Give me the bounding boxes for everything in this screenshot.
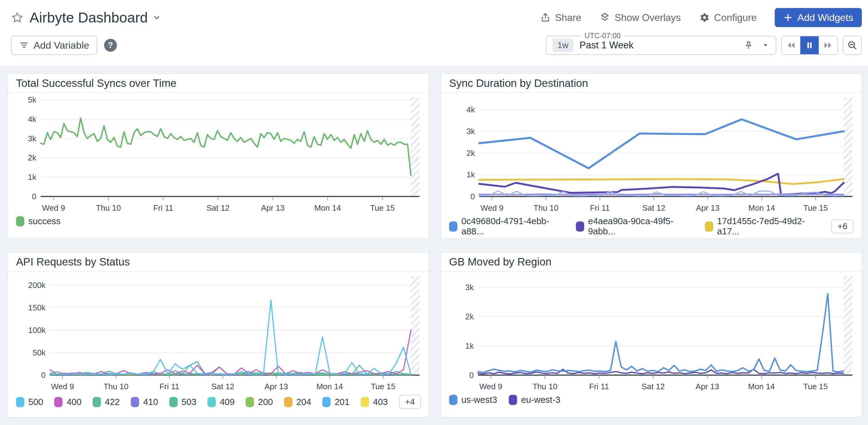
legend-item[interactable]: 422 (93, 397, 120, 407)
legend-item[interactable]: e4aea90a-90ca-49f5-9abb... (576, 216, 693, 237)
svg-text:5k: 5k (28, 95, 37, 104)
layers-icon (599, 12, 610, 23)
svg-text:Apr 13: Apr 13 (265, 382, 288, 391)
legend-swatch (449, 221, 457, 232)
legend-swatch (576, 221, 584, 232)
legend-swatch (208, 397, 216, 407)
title-menu-caret-icon[interactable] (152, 13, 161, 22)
dashboard-header: Airbyte Dashboard Share Show Overlays (0, 0, 868, 65)
time-range-label: Past 1 Week (580, 40, 633, 51)
widget-gb-moved: GB Moved by Region 01k2k3kWed 9Thu 10Fri… (440, 252, 862, 418)
svg-text:Fri 11: Fri 11 (153, 203, 173, 212)
legend-label: 410 (143, 397, 158, 407)
chart-legend: us-west3eu-west-3 (441, 393, 862, 405)
time-shift-group (781, 36, 838, 55)
svg-text:2k: 2k (28, 153, 37, 162)
legend-item[interactable]: 200 (246, 397, 273, 407)
share-icon (540, 12, 551, 23)
legend-swatch (284, 397, 292, 407)
legend-item[interactable]: 409 (208, 397, 235, 407)
chart-canvas[interactable]: 01k2k3k4k5kWed 9Thu 10Fri 11Sat 12Apr 13… (16, 95, 423, 214)
legend-item[interactable]: 201 (322, 397, 349, 407)
legend-swatch (169, 397, 178, 407)
legend-overflow-badge[interactable]: +6 (831, 219, 854, 234)
svg-text:Apr 13: Apr 13 (695, 382, 719, 391)
svg-text:200k: 200k (28, 280, 46, 290)
legend-swatch (705, 221, 713, 232)
svg-text:1k: 1k (465, 341, 474, 351)
legend-swatch (509, 395, 517, 405)
legend-label: 500 (28, 397, 43, 407)
time-shortcut-chip[interactable]: 1w (553, 38, 574, 52)
svg-text:0: 0 (41, 370, 45, 380)
legend-item[interactable]: 400 (54, 397, 81, 407)
legend-item[interactable]: us-west3 (449, 395, 497, 405)
legend-label: eu-west-3 (521, 395, 560, 405)
legend-item[interactable]: 17d1455c-7ed5-49d2-a17... (705, 216, 820, 237)
widget-title: Total Successful Syncs over Time (8, 74, 429, 93)
favorite-star-icon[interactable] (11, 11, 23, 24)
legend-item[interactable]: 204 (284, 397, 311, 407)
time-dropdown-caret-icon[interactable] (762, 41, 770, 49)
svg-text:Mon 14: Mon 14 (314, 203, 341, 212)
legend-label: e4aea90a-90ca-49f5-9abb... (588, 216, 693, 237)
time-back-button[interactable] (782, 36, 800, 54)
svg-text:Mon 14: Mon 14 (316, 382, 343, 391)
legend-label: 204 (297, 397, 311, 407)
share-button[interactable]: Share (540, 12, 581, 23)
chart-canvas[interactable]: 050k100k150k200kWed 9Thu 10Fri 11Sat 12A… (16, 274, 423, 393)
zoom-out-button[interactable] (843, 36, 862, 55)
svg-text:Fri 11: Fri 11 (159, 382, 180, 391)
chart-canvas[interactable]: 01k2k3k4kWed 9Thu 10Fri 11Sat 12Apr 13Mo… (448, 95, 856, 214)
dashboard-content: Total Successful Syncs over Time 01k2k3k… (0, 65, 868, 425)
svg-text:0: 0 (471, 192, 475, 201)
legend-swatch (246, 397, 254, 407)
legend-swatch (54, 397, 62, 407)
show-overlays-label: Show Overlays (615, 12, 681, 23)
svg-text:Wed 9: Wed 9 (51, 382, 74, 391)
svg-text:Tue 15: Tue 15 (803, 203, 828, 212)
svg-text:2k: 2k (465, 312, 474, 321)
svg-text:Tue 15: Tue 15 (371, 382, 396, 391)
svg-text:Wed 9: Wed 9 (479, 382, 502, 391)
legend-label: 503 (182, 397, 196, 407)
svg-text:Sat 12: Sat 12 (207, 203, 229, 212)
add-variable-button[interactable]: Add Variable (11, 36, 97, 55)
legend-label: success (28, 216, 61, 226)
help-icon[interactable]: ? (104, 39, 117, 52)
share-label: Share (555, 12, 581, 23)
add-widgets-button[interactable]: Add Widgets (775, 8, 862, 27)
svg-text:Thu 10: Thu 10 (532, 382, 557, 391)
pause-button[interactable] (800, 36, 819, 54)
legend-label: 200 (258, 397, 273, 407)
svg-text:Thu 10: Thu 10 (533, 203, 558, 212)
legend-item[interactable]: 403 (361, 397, 388, 407)
legend-item[interactable]: success (16, 216, 61, 226)
widget-sync-duration: Sync Duration by Destination 01k2k3k4kWe… (440, 73, 862, 239)
svg-text:Sat 12: Sat 12 (211, 382, 234, 391)
configure-button[interactable]: Configure (699, 12, 757, 23)
svg-text:Sat 12: Sat 12 (642, 203, 665, 212)
svg-text:Mon 14: Mon 14 (748, 382, 775, 391)
time-forward-button[interactable] (819, 36, 837, 54)
svg-text:Thu 10: Thu 10 (96, 203, 121, 212)
time-range-picker[interactable]: UTC-07:00 1w Past 1 Week (546, 36, 776, 55)
pin-icon[interactable] (744, 40, 753, 50)
svg-text:Tue 15: Tue 15 (370, 203, 395, 212)
help-glyph: ? (108, 41, 113, 50)
timezone-label: UTC-07:00 (581, 31, 624, 40)
show-overlays-button[interactable]: Show Overlays (599, 12, 681, 23)
legend-item[interactable]: eu-west-3 (509, 395, 560, 405)
time-controls: UTC-07:00 1w Past 1 Week (546, 36, 862, 55)
legend-item[interactable]: 410 (131, 397, 158, 407)
svg-text:Apr 13: Apr 13 (261, 203, 285, 212)
legend-item[interactable]: 503 (169, 397, 196, 407)
svg-text:3k: 3k (465, 283, 474, 292)
legend-item[interactable]: 500 (16, 397, 43, 407)
chart-canvas[interactable]: 01k2k3kWed 9Thu 10Fri 11Sat 12Apr 13Mon … (448, 274, 856, 393)
legend-overflow-badge[interactable]: +4 (399, 395, 421, 409)
svg-text:100k: 100k (28, 326, 46, 335)
widget-total-successful-syncs: Total Successful Syncs over Time 01k2k3k… (7, 73, 429, 239)
legend-label: 403 (373, 397, 388, 407)
legend-item[interactable]: 0c49680d-4791-4ebb-a88... (449, 216, 564, 237)
